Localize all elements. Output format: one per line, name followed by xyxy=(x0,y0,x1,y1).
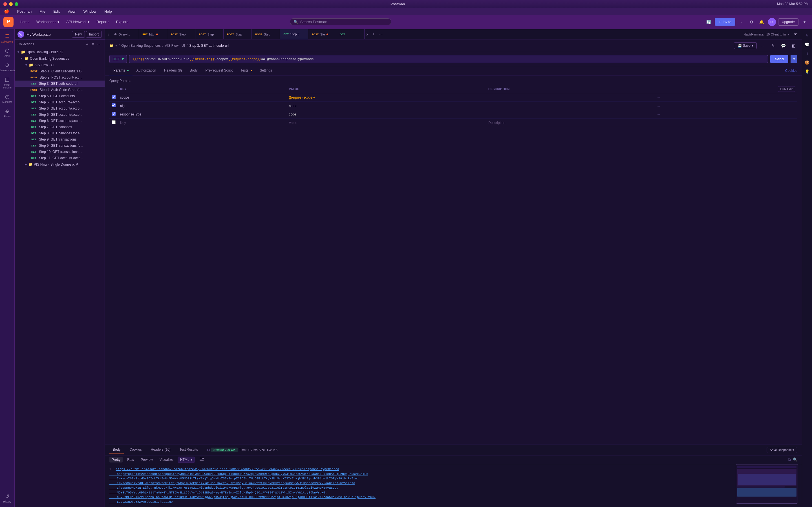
breadcrumb-part-2[interactable]: AIS Flow - UI xyxy=(165,44,185,48)
invite-button[interactable]: + Invite xyxy=(715,18,735,25)
list-item[interactable]: GET Step 6: GET account/{acco... xyxy=(15,118,105,124)
param-description-placeholder[interactable]: Description xyxy=(488,121,505,125)
tab-nav-forward[interactable]: › xyxy=(364,29,369,40)
sort-icon[interactable]: ≡ xyxy=(91,41,95,47)
nav-explore[interactable]: Explore xyxy=(113,18,132,25)
sidebar-item-mock-servers[interactable]: ◫ Mock Servers xyxy=(1,75,13,91)
lightbulb-icon[interactable]: 💡 xyxy=(803,68,811,75)
more-options-icon[interactable]: ··· xyxy=(759,42,767,50)
sidebar-item-monitors[interactable]: ◷ Monitors xyxy=(1,92,13,105)
upgrade-button[interactable]: Upgrade xyxy=(778,18,799,25)
send-button[interactable]: Send xyxy=(770,55,788,63)
menu-edit[interactable]: Edit xyxy=(52,9,61,14)
tab-overview[interactable]: ⊕ Overvi... xyxy=(111,29,139,40)
tab-body[interactable]: Body xyxy=(186,66,201,75)
param-key-placeholder[interactable]: Key xyxy=(120,121,126,125)
copy-icon[interactable]: ⧉ xyxy=(788,457,791,462)
chevron-down-icon[interactable]: ▾ xyxy=(788,33,790,36)
param-checkbox[interactable] xyxy=(112,103,116,107)
wrap-icon[interactable] xyxy=(199,457,204,462)
import-button[interactable]: Import xyxy=(86,31,102,38)
menu-postman[interactable]: Postman xyxy=(15,9,33,14)
add-collection-icon[interactable]: + xyxy=(85,41,89,47)
avatar[interactable]: DI xyxy=(768,18,776,26)
info-icon[interactable]: ℹ xyxy=(803,50,811,57)
cookies-link[interactable]: Cookies xyxy=(785,69,797,73)
list-item[interactable]: GET Step 11: GET account-acce... xyxy=(15,155,105,161)
save-response-button[interactable]: Save Response ▾ xyxy=(767,447,797,453)
list-item-active[interactable]: GET Step 3: GET auth-code-url xyxy=(15,80,105,87)
tab-post-ste[interactable]: POST Ste xyxy=(308,29,336,40)
param-checkbox[interactable] xyxy=(112,112,116,116)
search-icon[interactable]: 🔍 xyxy=(793,457,797,462)
tab-nav-back[interactable]: ‹ xyxy=(106,29,111,40)
cookie-icon[interactable]: 🍪 xyxy=(803,59,811,66)
tab-get-2[interactable]: GET xyxy=(336,29,364,40)
tab-params[interactable]: Params xyxy=(109,66,133,75)
list-item[interactable]: GET Step 9: GET transactions xyxy=(15,136,105,143)
sidebar-right-icon[interactable]: ◧ xyxy=(790,42,797,50)
tab-pre-request[interactable]: Pre-request Script xyxy=(201,66,237,75)
format-type-select[interactable]: HTML ▾ xyxy=(177,457,195,463)
resp-tab-cookies[interactable]: Cookies xyxy=(126,446,145,453)
sidebar-item-flows[interactable]: ⬙ Flows xyxy=(1,106,13,119)
nav-api-network[interactable]: API Network ▾ xyxy=(63,18,93,25)
tab-put-http[interactable]: PUT http xyxy=(139,29,167,40)
list-item[interactable]: POST Step 1: Client Credentials G... xyxy=(15,68,105,74)
format-tab-pretty[interactable]: Pretty xyxy=(109,457,123,462)
maximize-button[interactable] xyxy=(15,2,18,6)
tab-tests[interactable]: Tests xyxy=(237,66,256,75)
param-value[interactable]: {{request-scope}} xyxy=(289,96,315,100)
sidebar-item-history[interactable]: ↺ History xyxy=(1,492,13,505)
list-item[interactable]: GET Step 10: GET transactions ... xyxy=(15,149,105,155)
list-item[interactable]: GET Step 7: GET balances xyxy=(15,124,105,130)
edit-icon[interactable]: ✎ xyxy=(803,32,811,40)
edit-icon[interactable]: ✎ xyxy=(769,42,777,50)
bulk-edit-button[interactable]: Bulk Edit xyxy=(778,86,795,92)
chevron-down-icon[interactable]: ▾ xyxy=(801,18,809,26)
eye-icon[interactable]: 👁 xyxy=(792,31,800,38)
sync-icon[interactable]: 🔄 xyxy=(705,18,712,26)
url-input[interactable]: {{rs}}/o3/v1.0/auth-code-url/{{intent-id… xyxy=(129,55,768,63)
param-value[interactable]: none xyxy=(289,104,296,108)
format-tab-raw[interactable]: Raw xyxy=(125,457,136,462)
collection-root[interactable]: ▼ 📁 Open Banking - Build-62 xyxy=(15,49,105,55)
list-item[interactable]: GET Step 6: GET account/{acco... xyxy=(15,99,105,105)
notifications-icon[interactable]: 🔔 xyxy=(758,18,766,26)
menu-view[interactable]: View xyxy=(66,9,77,14)
param-checkbox[interactable] xyxy=(112,120,116,124)
sidebar-item-apis[interactable]: ⬡ APIs xyxy=(1,46,13,59)
tab-post-step-3[interactable]: POST Step xyxy=(223,29,252,40)
settings-icon[interactable]: ⚙ xyxy=(748,18,756,26)
row-more-button[interactable]: ··· xyxy=(657,112,660,117)
folder-pis-flow[interactable]: ▶ 📁 PIS Flow - Single Domestic P... xyxy=(15,161,105,168)
param-key[interactable]: scope xyxy=(120,96,129,100)
list-item[interactable]: POST Step 2: POST account-acc... xyxy=(15,74,105,80)
param-value[interactable]: code xyxy=(289,112,296,116)
tab-authorization[interactable]: Authorization xyxy=(133,66,160,75)
nav-workspaces[interactable]: Workspaces ▾ xyxy=(34,18,62,25)
row-more-button[interactable]: ··· xyxy=(657,95,660,100)
param-value-placeholder[interactable]: Value xyxy=(289,121,297,125)
sidebar-item-environments[interactable]: ⊙ Environments xyxy=(1,60,13,73)
list-item[interactable]: GET Step 9: GET transactions fo... xyxy=(15,143,105,149)
save-button[interactable]: 💾 Save ▾ xyxy=(734,42,757,49)
tab-post-step-2[interactable]: POST Step xyxy=(195,29,223,40)
close-button[interactable] xyxy=(3,2,7,6)
new-button[interactable]: New xyxy=(72,31,85,38)
format-tab-visualize[interactable]: Visualize xyxy=(157,457,175,462)
row-more-button[interactable]: ··· xyxy=(657,104,660,108)
param-key[interactable]: alg xyxy=(120,104,124,108)
tab-post-step-1[interactable]: POST Step xyxy=(167,29,195,40)
list-item[interactable]: POST Step 4: Auth Code Grant (a... xyxy=(15,87,105,93)
breadcrumb-part-1[interactable]: Open Banking Sequences xyxy=(121,44,160,48)
menu-window[interactable]: Window xyxy=(82,9,98,14)
nav-reports[interactable]: Reports xyxy=(94,18,112,25)
menu-file[interactable]: File xyxy=(38,9,47,14)
list-item[interactable]: GET Step 6: GET account/{acco... xyxy=(15,105,105,112)
tab-headers[interactable]: Headers (8) xyxy=(160,66,186,75)
list-item[interactable]: GET Step 8: GET balances for a... xyxy=(15,130,105,136)
method-select[interactable]: GET ▾ xyxy=(109,55,127,63)
resp-tab-body[interactable]: Body xyxy=(109,446,124,453)
more-options-icon[interactable]: ··· xyxy=(96,41,102,47)
